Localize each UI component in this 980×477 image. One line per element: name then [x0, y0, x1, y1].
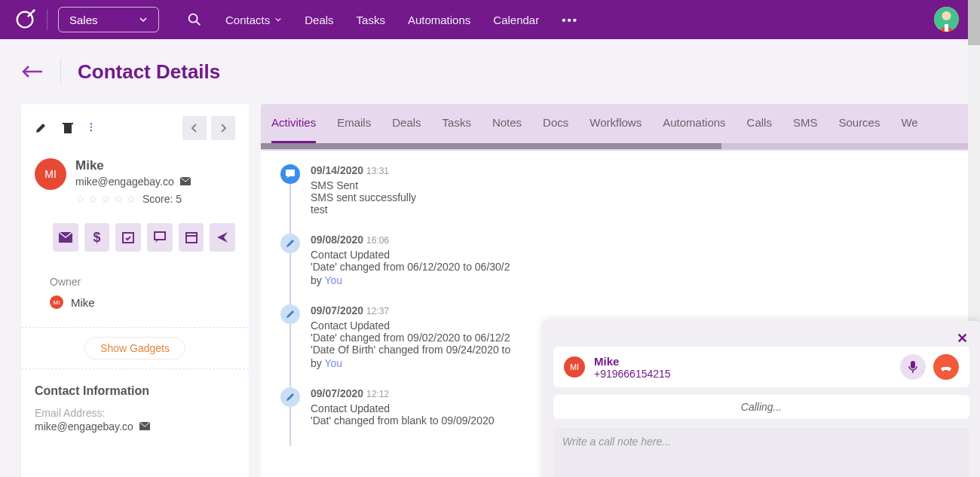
sms-icon: [280, 164, 300, 184]
edit-icon: [280, 234, 300, 253]
mail-icon[interactable]: [139, 422, 150, 431]
svg-line-4: [197, 22, 201, 26]
tab-emails[interactable]: Emails: [337, 104, 371, 143]
owner-label: Owner: [50, 276, 235, 288]
hangup-button[interactable]: [933, 354, 959, 380]
next-contact-button[interactable]: [211, 116, 235, 140]
close-call-panel-button[interactable]: ✕: [957, 330, 968, 347]
mute-button[interactable]: [900, 354, 926, 380]
page-body: Contact Details ⁝ MI Mike: [0, 39, 980, 477]
star-icon[interactable]: ☆: [88, 193, 98, 205]
activity-time: 12:12: [366, 389, 389, 399]
activity-author-link[interactable]: You: [324, 274, 342, 286]
user-avatar[interactable]: [934, 7, 959, 32]
more-menu-button[interactable]: ⁝: [89, 125, 93, 130]
nav-deals[interactable]: Deals: [305, 14, 333, 26]
nav-more[interactable]: •••: [562, 14, 578, 26]
call-avatar: MI: [564, 356, 585, 378]
call-note-input[interactable]: [553, 428, 969, 477]
tab-automations[interactable]: Automations: [663, 104, 725, 143]
tab-notes[interactable]: Notes: [492, 104, 522, 143]
module-selector[interactable]: Sales: [58, 7, 159, 32]
edit-contact-button[interactable]: [35, 122, 47, 134]
activity-date: 09/07/2020: [311, 304, 363, 316]
tab-we[interactable]: We: [901, 104, 917, 143]
svg-rect-10: [63, 123, 73, 124]
activity-date: 09/07/2020: [311, 387, 363, 399]
prev-contact-button[interactable]: [182, 116, 207, 140]
tab-workflows[interactable]: Workflows: [590, 104, 642, 143]
activity-line: SMS sent successfully: [311, 191, 950, 203]
delete-contact-button[interactable]: [62, 122, 74, 134]
star-icon[interactable]: ☆: [127, 193, 136, 205]
svg-rect-18: [286, 170, 295, 176]
app-logo: [14, 8, 36, 31]
owner-row: MI Mike: [50, 295, 235, 309]
svg-point-3: [189, 14, 198, 23]
tab-tasks[interactable]: Tasks: [443, 104, 471, 143]
module-label: Sales: [69, 14, 98, 26]
search-icon[interactable]: [186, 11, 203, 28]
svg-rect-19: [911, 361, 915, 368]
activity-line: 'Date' changed from 06/12/2020 to 06/30/…: [311, 261, 950, 273]
svg-rect-7: [945, 24, 948, 32]
nav-contacts[interactable]: Contacts: [225, 14, 282, 26]
contact-email: mike@engagebay.co: [75, 176, 235, 188]
contact-quick-actions: $: [21, 223, 249, 262]
activity-time: 12:37: [366, 306, 389, 316]
star-icon[interactable]: ☆: [101, 193, 111, 205]
send-email-button[interactable]: [53, 223, 78, 252]
rating-stars[interactable]: ☆ ☆ ☆ ☆ ☆: [75, 193, 136, 205]
contact-name: Mike: [75, 158, 235, 173]
deals-button[interactable]: $: [84, 223, 110, 252]
chevron-down-icon: [274, 16, 282, 23]
activity-title: SMS Sent: [311, 179, 950, 191]
back-button[interactable]: [21, 64, 44, 79]
svg-rect-13: [123, 233, 133, 243]
send-button[interactable]: [210, 223, 235, 252]
svg-rect-9: [64, 124, 72, 133]
tab-calls[interactable]: Calls: [747, 104, 772, 143]
activity-date: 09/14/2020: [311, 164, 363, 176]
show-gadgets-button[interactable]: Show Gadgets: [84, 337, 185, 359]
activity-title: Contact Updated: [311, 249, 950, 261]
nav-automations[interactable]: Automations: [408, 14, 470, 26]
contact-score: Score: 5: [142, 193, 182, 205]
email-label: Email Address:: [35, 407, 235, 419]
tabs-scrollbar[interactable]: [261, 143, 969, 151]
tab-sms[interactable]: SMS: [793, 104, 818, 143]
activity-time: 16:06: [366, 235, 389, 246]
activity-date: 09/08/2020: [311, 234, 363, 246]
star-icon[interactable]: ☆: [114, 193, 124, 205]
nav-calendar[interactable]: Calendar: [493, 14, 539, 26]
activity-by: by You: [311, 274, 950, 286]
edit-icon: [280, 387, 300, 407]
contact-info-heading: Contact Information: [35, 384, 235, 398]
star-icon[interactable]: ☆: [75, 193, 85, 205]
detail-tabs: Activities Emails Deals Tasks Notes Docs…: [261, 104, 969, 143]
call-name: Mike: [594, 355, 891, 368]
calendar-button[interactable]: [179, 223, 204, 252]
activity-time: 13:31: [366, 166, 389, 176]
tab-sources[interactable]: Sources: [838, 104, 880, 143]
call-phone: +919666154215: [594, 368, 891, 380]
chevron-down-icon: [139, 15, 148, 24]
activity-author-link[interactable]: You: [324, 357, 342, 369]
owner-avatar: MI: [50, 295, 63, 309]
tab-docs[interactable]: Docs: [543, 104, 568, 143]
divider: [60, 59, 61, 84]
nav-tasks[interactable]: Tasks: [357, 14, 385, 26]
tab-activities[interactable]: Activities: [271, 104, 316, 143]
activity-item: 09/14/2020 13:31 SMS Sent SMS sent succe…: [280, 164, 950, 234]
mail-icon[interactable]: [180, 177, 191, 186]
edit-icon: [280, 304, 300, 324]
svg-rect-15: [186, 233, 197, 243]
task-button[interactable]: [115, 223, 141, 252]
activity-line: test: [311, 203, 950, 216]
top-nav-bar: Sales Contacts Deals Tasks Automations C…: [0, 0, 980, 39]
tab-deals[interactable]: Deals: [392, 104, 421, 143]
call-status: Calling...: [553, 395, 969, 419]
call-panel: ✕ MI Mike +919666154215 Calling...: [543, 321, 980, 477]
chat-button[interactable]: [147, 223, 173, 252]
contact-avatar: MI: [35, 158, 66, 190]
